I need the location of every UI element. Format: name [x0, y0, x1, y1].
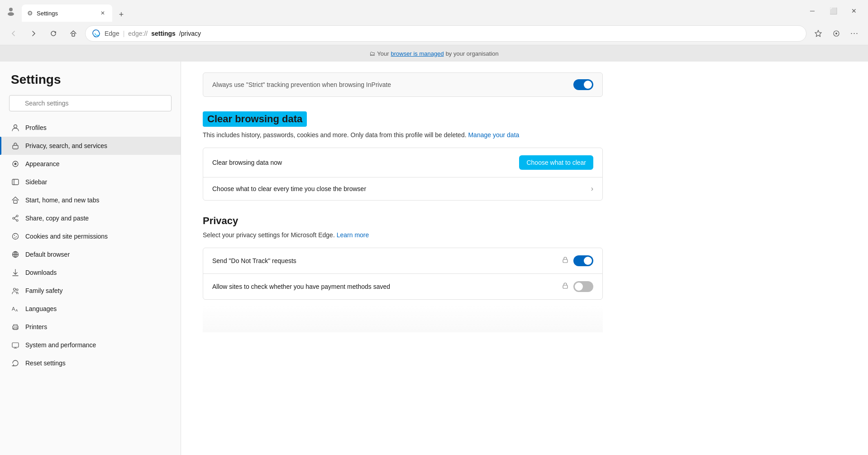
managed-icon: 🗂	[369, 50, 375, 57]
sidebar-item-family-safety[interactable]: Family safety	[0, 282, 181, 300]
svg-rect-31	[12, 343, 19, 347]
sidebar-item-printers[interactable]: Printers	[0, 318, 181, 336]
sidebar-item-reset-settings-label: Reset settings	[25, 359, 66, 367]
svg-point-8	[14, 163, 17, 165]
profile-button[interactable]	[4, 4, 18, 18]
forward-button[interactable]	[25, 25, 42, 42]
payment-methods-toggle[interactable]	[573, 281, 593, 292]
choose-what-to-clear-button[interactable]: Choose what to clear	[519, 155, 593, 170]
svg-rect-35	[563, 285, 568, 288]
payment-methods-controls	[562, 281, 593, 292]
maximize-button[interactable]: ⬜	[823, 4, 844, 18]
sidebar-item-share-copy[interactable]: Share, copy and paste	[0, 209, 181, 227]
tab-close-button[interactable]: ✕	[99, 9, 107, 17]
managed-text-before: Your	[377, 50, 389, 57]
clear-every-time-chevron: ›	[591, 185, 593, 193]
sidebar-item-sidebar-label: Sidebar	[25, 178, 47, 186]
collections-button[interactable]	[828, 25, 844, 42]
manage-your-data-link[interactable]: Manage your data	[468, 131, 519, 139]
back-button[interactable]	[5, 25, 22, 42]
sidebar-item-sidebar[interactable]: Sidebar	[0, 173, 181, 191]
settings-tab-icon: ⚙	[27, 10, 33, 17]
title-bar: ⚙ Settings ✕ + ─ ⬜ ✕	[0, 0, 868, 22]
top-toggle-label: Always use "Strict" tracking prevention …	[212, 81, 391, 88]
svg-point-19	[16, 236, 17, 237]
address-divider: |	[123, 30, 125, 37]
learn-more-link[interactable]: Learn more	[337, 231, 369, 239]
sidebar-item-profiles[interactable]: Profiles	[0, 119, 181, 137]
settings-tab[interactable]: ⚙ Settings ✕	[22, 5, 112, 22]
privacy-section: Privacy Select your privacy settings for…	[203, 215, 603, 300]
do-not-track-toggle[interactable]	[573, 255, 593, 266]
sidebar-item-default-browser[interactable]: Default browser	[0, 245, 181, 263]
more-button[interactable]: ···	[846, 25, 863, 42]
close-button[interactable]: ✕	[844, 4, 864, 18]
sidebar-item-system-performance[interactable]: System and performance	[0, 336, 181, 354]
new-tab-button[interactable]: +	[114, 7, 129, 22]
system-performance-icon	[11, 340, 20, 350]
svg-point-1	[8, 12, 14, 16]
svg-point-17	[13, 234, 19, 239]
sidebar-item-languages[interactable]: AA Languages	[0, 300, 181, 318]
sidebar-title: Settings	[0, 72, 181, 87]
address-bar[interactable]: Edge | edge://settings/privacy	[85, 25, 806, 42]
do-not-track-label: Send "Do Not Track" requests	[212, 257, 296, 264]
inprivate-toggle[interactable]	[573, 79, 593, 90]
sidebar-item-profiles-label: Profiles	[25, 124, 47, 131]
clear-browsing-section: Clear browsing data This includes histor…	[203, 111, 603, 201]
svg-text:A: A	[15, 308, 18, 312]
refresh-button[interactable]	[45, 25, 62, 42]
sidebar-item-downloads[interactable]: Downloads	[0, 263, 181, 282]
favorites-button[interactable]	[810, 25, 826, 42]
nav-bar: Edge | edge://settings/privacy ···	[0, 22, 868, 45]
payment-methods-label: Allow sites to check whether you have pa…	[212, 283, 390, 290]
sidebar-item-start-home[interactable]: Start, home, and new tabs	[0, 191, 181, 209]
minimize-button[interactable]: ─	[802, 4, 823, 18]
clear-browsing-title: Clear browsing data	[207, 113, 302, 125]
svg-rect-11	[14, 200, 17, 203]
top-setting-row: Always use "Strict" tracking prevention …	[203, 72, 603, 97]
home-button[interactable]	[65, 25, 81, 42]
managed-link[interactable]: browser is managed	[391, 50, 444, 57]
window-controls: ─ ⬜ ✕	[802, 4, 864, 18]
svg-point-30	[17, 327, 18, 328]
clear-now-label: Clear browsing data now	[212, 159, 282, 166]
privacy-title: Privacy	[203, 215, 603, 227]
clear-browsing-title-highlight: Clear browsing data	[203, 111, 307, 127]
do-not-track-row[interactable]: Send "Do Not Track" requests	[203, 248, 602, 274]
privacy-icon	[11, 141, 20, 150]
sidebar-item-share-copy-label: Share, copy and paste	[25, 215, 89, 222]
sidebar-item-cookies[interactable]: Cookies and site permissions	[0, 227, 181, 245]
svg-rect-9	[12, 179, 19, 185]
nav-right-icons: ···	[810, 25, 863, 42]
sidebar-item-languages-label: Languages	[25, 305, 57, 312]
appearance-icon	[11, 159, 20, 168]
cookies-icon	[11, 232, 20, 241]
reset-settings-icon	[11, 359, 20, 368]
sidebar-item-appearance-label: Appearance	[25, 160, 60, 168]
clear-now-row[interactable]: Clear browsing data now Choose what to c…	[203, 148, 602, 177]
do-not-track-lock-icon	[562, 256, 569, 265]
sidebar-item-privacy[interactable]: Privacy, search, and services	[0, 137, 181, 155]
clear-browsing-card: Clear browsing data now Choose what to c…	[203, 148, 603, 201]
downloads-icon	[11, 268, 20, 277]
svg-point-0	[9, 8, 13, 11]
svg-point-20	[14, 237, 15, 238]
sidebar: Settings 🔍 Profiles Pr	[0, 62, 181, 455]
sidebar-item-appearance[interactable]: Appearance	[0, 155, 181, 173]
sidebar-item-family-safety-label: Family safety	[25, 287, 62, 294]
sidebar-icon	[11, 177, 20, 187]
svg-text:A: A	[12, 306, 15, 311]
sidebar-nav: Profiles Privacy, search, and services A…	[0, 119, 181, 372]
do-not-track-knob	[584, 257, 592, 265]
settings-tab-label: Settings	[37, 10, 58, 17]
sidebar-item-reset-settings[interactable]: Reset settings	[0, 354, 181, 372]
search-settings-input[interactable]	[9, 95, 172, 111]
sidebar-item-printers-label: Printers	[25, 323, 47, 330]
payment-methods-row[interactable]: Allow sites to check whether you have pa…	[203, 274, 602, 299]
default-browser-icon	[11, 250, 20, 259]
main-layout: Settings 🔍 Profiles Pr	[0, 62, 868, 455]
svg-rect-34	[563, 259, 568, 263]
svg-line-15	[14, 216, 16, 218]
clear-every-time-row[interactable]: Choose what to clear every time you clos…	[203, 177, 602, 200]
